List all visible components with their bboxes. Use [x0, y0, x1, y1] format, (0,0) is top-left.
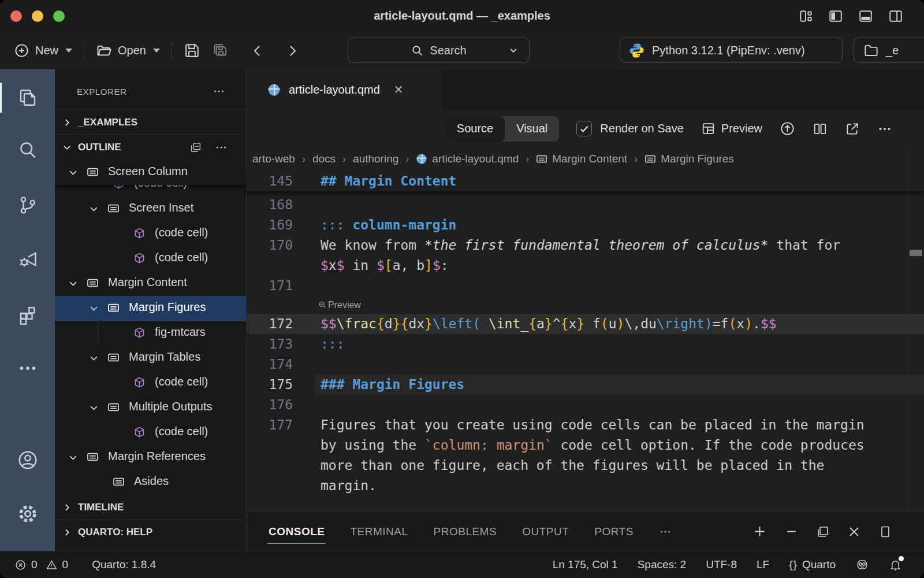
outline-item-screen-inset[interactable]: Screen Inset [55, 197, 247, 221]
editor-more-actions-icon[interactable] [877, 121, 892, 136]
outline-item-code-cell[interactable]: (code cell) [55, 370, 247, 395]
source-mode-button[interactable]: Source [445, 116, 505, 142]
outline-item-multiple-outputs[interactable]: Multiple Outputs [55, 395, 247, 420]
symbol-field-icon [87, 451, 99, 463]
code-editor[interactable]: 168 169::: column-margin 170We know from… [247, 171, 924, 512]
back-button[interactable] [251, 44, 264, 58]
outline-item-margin-content[interactable]: Margin Content [55, 271, 247, 296]
encoding-status[interactable]: UTF-8 [706, 558, 737, 571]
close-panel-icon[interactable] [847, 525, 861, 539]
sidebar-section-quarto-help[interactable]: QUARTO: HELP [55, 520, 246, 544]
top-action-bar: New Open Search Python 3.12.1 ( [0, 32, 924, 69]
code-cell-cube-icon [133, 376, 146, 388]
outline-item-code-cell[interactable]: (code cell) [55, 246, 247, 271]
symbol-field-icon [87, 277, 99, 289]
render-on-save-control[interactable]: Render on Save [576, 121, 684, 136]
outline-item-margin-tables[interactable]: Margin Tables [55, 346, 247, 370]
python-logo-icon [628, 42, 645, 59]
settings-gear-icon[interactable] [0, 498, 55, 530]
minimize-panel-icon[interactable] [784, 524, 799, 539]
panel-tab-ports[interactable]: PORTS [594, 512, 634, 551]
account-icon[interactable] [0, 444, 55, 476]
source-control-activity-icon[interactable] [0, 189, 55, 221]
quarto-version-status[interactable]: Quarto: 1.8.4 [92, 558, 156, 571]
toggle-left-sidebar-icon[interactable] [828, 9, 843, 24]
restore-panel-icon[interactable] [816, 525, 830, 539]
folder-icon [863, 43, 879, 58]
tab-close-icon[interactable]: ✕ [394, 83, 404, 97]
cursor-position-status[interactable]: Ln 175, Col 1 [553, 558, 618, 571]
toggle-right-sidebar-icon[interactable] [888, 9, 903, 24]
run-debug-activity-icon[interactable] [0, 244, 55, 276]
search-input[interactable]: Search [348, 38, 530, 63]
outline-more-icon[interactable] [215, 141, 228, 154]
sidebar-section-outline[interactable]: OUTLINE [55, 134, 246, 160]
render-document-icon[interactable] [780, 121, 795, 136]
eol-status[interactable]: LF [757, 558, 769, 571]
indentation-status[interactable]: Spaces: 2 [638, 558, 687, 571]
sidebar-section-examples[interactable]: _EXAMPLES [55, 110, 246, 135]
symbol-field-icon [107, 302, 120, 314]
outline-item-code-cell[interactable]: (code cell) [55, 221, 247, 246]
explorer-more-icon[interactable] [213, 85, 225, 98]
project-folder-button[interactable]: _e [854, 38, 924, 63]
problems-status[interactable]: 0 0 [14, 558, 68, 571]
notifications-bell-icon[interactable] [889, 558, 902, 572]
explorer-header: EXPLORER [55, 81, 246, 102]
sticky-scroll-row[interactable]: 145 ## Margin Content [247, 171, 924, 191]
extensions-activity-icon[interactable] [0, 299, 55, 331]
new-dropdown-caret [65, 49, 72, 53]
outline-item-code-cell[interactable]: (code cell) [55, 420, 247, 445]
breadcrumb-item-file[interactable]: article-layout.qmd [416, 153, 519, 165]
forward-button[interactable] [285, 44, 299, 58]
render-on-save-checkbox[interactable] [576, 121, 592, 136]
open-dropdown-caret [153, 49, 160, 53]
quarto-file-icon [267, 83, 281, 97]
search-activity-icon[interactable] [0, 134, 55, 166]
language-mode-status[interactable]: {} Quarto [789, 558, 836, 571]
breadcrumb-item[interactable]: docs [312, 153, 336, 165]
panel-layout-icon[interactable] [878, 525, 892, 539]
title-bar: article-layout.qmd — _examples [0, 0, 924, 32]
outline-item-screen-column[interactable]: Screen Column [55, 160, 247, 185]
feedback-robot-icon[interactable] [855, 558, 869, 572]
toggle-bottom-panel-icon[interactable] [858, 9, 873, 24]
explorer-activity-icon[interactable] [0, 81, 55, 114]
outline-item-margin-figures-selected[interactable]: Margin Figures [55, 296, 247, 321]
breadcrumb-item-symbol[interactable]: Margin Figures [644, 153, 734, 165]
collapse-all-icon[interactable] [189, 141, 202, 154]
editor-tab-article-layout[interactable]: article-layout.qmd ✕ [247, 69, 442, 110]
breadcrumb-item[interactable]: arto-web [252, 153, 295, 165]
app-window: article-layout.qmd — _examples New Open [0, 0, 924, 578]
math-preview-codelens[interactable]: Preview [318, 297, 361, 313]
breadcrumb-item[interactable]: authoring [353, 153, 398, 165]
preview-button[interactable]: Preview [701, 121, 762, 136]
interpreter-selector[interactable]: Python 3.12.1 (PipEnv: .venv) [620, 38, 843, 63]
panel-tab-terminal[interactable]: TERMINAL [350, 512, 408, 551]
visual-mode-button[interactable]: Visual [505, 116, 559, 142]
panel-tab-output[interactable]: OUTPUT [522, 512, 569, 551]
outline-item-margin-references[interactable]: Margin References [55, 445, 247, 470]
customize-layout-icon[interactable] [798, 9, 813, 24]
open-in-new-window-icon[interactable] [845, 121, 860, 136]
code-cell-cube-icon [133, 327, 146, 339]
open-button[interactable]: Open [96, 43, 160, 59]
sidebar-section-timeline[interactable]: TIMELINE [55, 495, 246, 520]
vertical-scrollbar-thumb[interactable] [910, 250, 922, 256]
panel-tab-problems[interactable]: PROBLEMS [434, 512, 497, 551]
chevron-right-icon [62, 117, 72, 128]
save-button[interactable] [184, 42, 200, 59]
new-console-plus-icon[interactable] [752, 524, 767, 539]
panel-tabs-more-icon[interactable] [659, 512, 672, 551]
outline-item-asides[interactable]: Asides [55, 470, 247, 495]
warning-icon [46, 559, 58, 571]
more-activity-icon[interactable] [0, 352, 55, 384]
new-button[interactable]: New [14, 43, 72, 58]
save-all-button[interactable] [212, 42, 229, 59]
math-line-highlighted: 172$$\frac{d}{dx}\left( \int_{a}^{x} f(u… [247, 314, 924, 334]
breadcrumb-item-symbol[interactable]: Margin Content [536, 153, 627, 165]
split-editor-icon[interactable] [813, 121, 828, 136]
panel-tab-console[interactable]: CONSOLE [269, 512, 325, 551]
line-number: 176 [247, 395, 293, 415]
outline-item-fig-mtcars[interactable]: fig-mtcars [55, 321, 247, 346]
